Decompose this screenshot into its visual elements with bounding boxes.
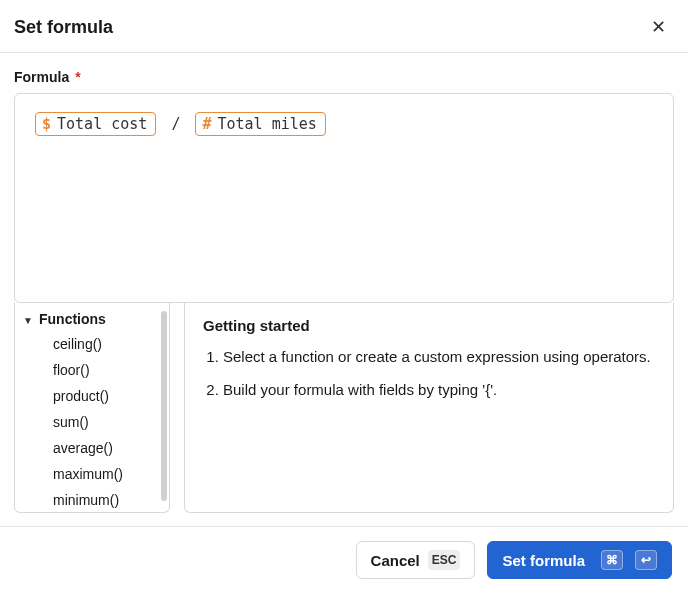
close-icon[interactable]: ✕	[647, 14, 670, 40]
set-formula-dialog: Set formula ✕ Formula * $ Total cost / #…	[0, 0, 688, 593]
formula-input[interactable]: $ Total cost / # Total miles	[14, 93, 674, 303]
currency-icon: $	[42, 115, 51, 133]
formula-label-text: Formula	[14, 69, 69, 85]
help-title: Getting started	[203, 317, 655, 334]
field-token-total-cost[interactable]: $ Total cost	[35, 112, 156, 136]
help-step: Select a function or create a custom exp…	[223, 346, 655, 367]
help-steps: Select a function or create a custom exp…	[203, 346, 655, 400]
function-item[interactable]: minimum()	[15, 487, 169, 512]
function-item[interactable]: average()	[15, 435, 169, 461]
function-item[interactable]: ceiling()	[15, 331, 169, 357]
function-item[interactable]: maximum()	[15, 461, 169, 487]
cmd-key-badge: ⌘	[601, 550, 623, 570]
functions-header[interactable]: ▼ Functions	[15, 307, 169, 331]
lower-panels: ▼ Functions ceiling() floor() product() …	[14, 303, 674, 513]
dialog-title: Set formula	[14, 17, 113, 38]
submit-label: Set formula	[502, 552, 585, 569]
chevron-down-icon: ▼	[23, 315, 33, 326]
cancel-label: Cancel	[371, 552, 420, 569]
shortcut-group: ⌘ ↩	[593, 550, 657, 570]
dialog-body: Formula * $ Total cost / # Total miles ▼…	[0, 53, 688, 513]
cancel-button[interactable]: Cancel ESC	[356, 541, 476, 579]
functions-header-text: Functions	[39, 311, 106, 327]
dialog-header: Set formula ✕	[0, 0, 688, 52]
function-item[interactable]: floor()	[15, 357, 169, 383]
number-icon: #	[202, 115, 211, 133]
enter-key-badge: ↩	[635, 550, 657, 570]
help-step: Build your formula with fields by typing…	[223, 379, 655, 400]
functions-panel: ▼ Functions ceiling() floor() product() …	[14, 303, 170, 513]
token-text: Total miles	[217, 115, 316, 133]
set-formula-button[interactable]: Set formula ⌘ ↩	[487, 541, 672, 579]
formula-label: Formula *	[14, 69, 674, 85]
required-asterisk: *	[75, 69, 80, 85]
help-panel: Getting started Select a function or cre…	[184, 303, 674, 513]
token-text: Total cost	[57, 115, 147, 133]
esc-key-badge: ESC	[428, 550, 461, 570]
function-item[interactable]: sum()	[15, 409, 169, 435]
scrollbar-thumb[interactable]	[161, 311, 167, 501]
function-item[interactable]: product()	[15, 383, 169, 409]
dialog-footer: Cancel ESC Set formula ⌘ ↩	[0, 526, 688, 593]
field-token-total-miles[interactable]: # Total miles	[195, 112, 325, 136]
division-operator: /	[165, 115, 186, 133]
